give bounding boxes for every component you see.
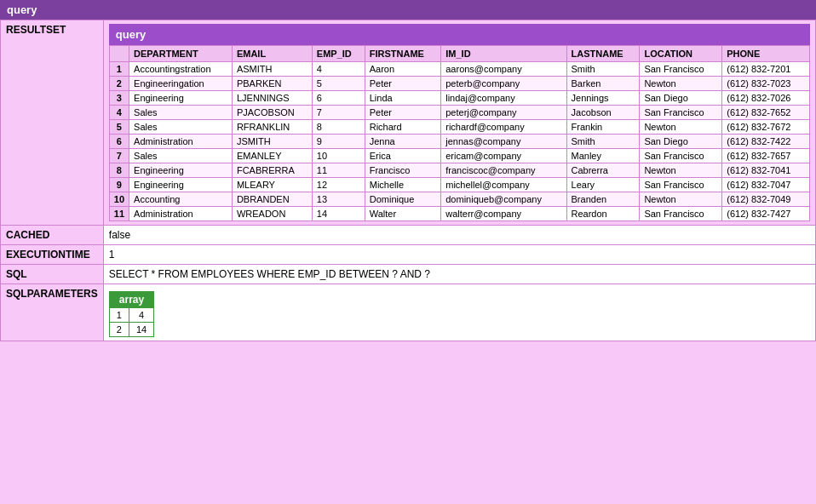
cell-emp_id: 7 xyxy=(312,106,365,120)
cell-im_id: franciscoc@company xyxy=(441,163,566,178)
column-header-row: DEPARTMENT EMAIL EMP_ID FIRSTNAME IM_ID … xyxy=(109,46,809,62)
cell-emp_id: 4 xyxy=(312,62,365,77)
cell-num: 8 xyxy=(109,163,129,178)
cell-lastname: Smith xyxy=(566,135,640,149)
sql-value: SELECT * FROM EMPLOYEES WHERE EMP_ID BET… xyxy=(103,265,815,284)
sqlparameters-label: SQLPARAMETERS xyxy=(1,284,104,341)
cell-phone: (612) 832-7026 xyxy=(722,91,810,106)
cell-location: Newton xyxy=(640,77,722,91)
col-firstname: FIRSTNAME xyxy=(365,46,441,62)
cell-emp_id: 10 xyxy=(312,149,365,163)
cell-department: Accountingstration xyxy=(129,62,233,77)
cell-firstname: Richard xyxy=(365,120,441,135)
cell-department: Engineeringation xyxy=(129,77,233,91)
col-location: LOCATION xyxy=(640,46,722,62)
cell-email: LJENNINGS xyxy=(232,91,312,106)
cell-firstname: Walter xyxy=(365,207,441,221)
table-row: 5SalesRFRANKLIN8Richardrichardf@companyF… xyxy=(109,120,809,135)
cell-phone: (612) 832-7201 xyxy=(722,62,810,77)
cell-im_id: walterr@company xyxy=(441,207,566,221)
cell-location: San Francisco xyxy=(640,149,722,163)
cell-im_id: ericam@company xyxy=(441,149,566,163)
cell-email: ASMITH xyxy=(232,62,312,77)
table-row: 4SalesPJACOBSON7Peterpeterj@companyJacob… xyxy=(109,106,809,120)
cell-im_id: jennas@company xyxy=(441,135,566,149)
array-row: 214 xyxy=(109,323,153,337)
table-row: 8EngineeringFCABRERRA11Franciscofrancisc… xyxy=(109,163,809,178)
cell-firstname: Peter xyxy=(365,106,441,120)
cell-lastname: Barken xyxy=(566,77,640,91)
cell-num: 2 xyxy=(109,77,129,91)
cell-lastname: Cabrerra xyxy=(566,163,640,178)
cell-im_id: peterb@company xyxy=(441,77,566,91)
cached-label: CACHED xyxy=(1,226,104,245)
cell-num: 10 xyxy=(109,192,129,207)
cell-location: San Francisco xyxy=(640,62,722,77)
col-email: EMAIL xyxy=(232,46,312,62)
window-title: query xyxy=(0,0,816,20)
cell-phone: (612) 832-7652 xyxy=(722,106,810,120)
cell-department: Engineering xyxy=(129,178,233,192)
cell-num: 3 xyxy=(109,91,129,106)
table-row: 10AccountingDBRANDEN13Dominiquedominique… xyxy=(109,192,809,207)
cell-num: 7 xyxy=(109,149,129,163)
cell-firstname: Jenna xyxy=(365,135,441,149)
cell-firstname: Erica xyxy=(365,149,441,163)
cell-num: 9 xyxy=(109,178,129,192)
cell-email: RFRANKLIN xyxy=(232,120,312,135)
cell-email: FCABRERRA xyxy=(232,163,312,178)
cell-im_id: dominiqueb@company xyxy=(441,192,566,207)
cell-firstname: Francisco xyxy=(365,163,441,178)
cell-firstname: Linda xyxy=(365,91,441,106)
cell-firstname: Aaron xyxy=(365,62,441,77)
cell-emp_id: 12 xyxy=(312,178,365,192)
table-row: 1AccountingstrationASMITH4Aaronaarons@co… xyxy=(109,62,809,77)
cell-im_id: richardf@company xyxy=(441,120,566,135)
cell-location: San Diego xyxy=(640,135,722,149)
array-cell-col2: 4 xyxy=(129,308,153,323)
col-department: DEPARTMENT xyxy=(129,46,233,62)
cell-department: Sales xyxy=(129,120,233,135)
cell-department: Sales xyxy=(129,149,233,163)
cell-location: San Francisco xyxy=(640,178,722,192)
cell-emp_id: 8 xyxy=(312,120,365,135)
cell-location: San Diego xyxy=(640,91,722,106)
cell-im_id: peterj@company xyxy=(441,106,566,120)
resultset-label: RESULTSET xyxy=(1,20,104,226)
array-cell-col1: 1 xyxy=(109,308,129,323)
resultset-row: RESULTSET query DEPARTMENT EMAIL EMP_ID … xyxy=(1,20,816,226)
table-row: 7SalesEMANLEY10Ericaericam@companyManley… xyxy=(109,149,809,163)
cell-department: Administration xyxy=(129,207,233,221)
cell-lastname: Jennings xyxy=(566,91,640,106)
cell-email: DBRANDEN xyxy=(232,192,312,207)
cell-num: 4 xyxy=(109,106,129,120)
cell-num: 5 xyxy=(109,120,129,135)
cell-lastname: Jacobson xyxy=(566,106,640,120)
cached-value: false xyxy=(103,226,815,245)
cell-department: Engineering xyxy=(129,91,233,106)
cell-phone: (612) 832-7049 xyxy=(722,192,810,207)
cell-lastname: Frankin xyxy=(566,120,640,135)
sqlparameters-content: array 14214 xyxy=(103,284,815,341)
cell-email: WREADON xyxy=(232,207,312,221)
table-row: 2EngineeringationPBARKEN5Peterpeterb@com… xyxy=(109,77,809,91)
cell-im_id: aarons@company xyxy=(441,62,566,77)
array-header-row: array xyxy=(109,292,153,308)
array-cell-col1: 2 xyxy=(109,323,129,337)
sql-row: SQL SELECT * FROM EMPLOYEES WHERE EMP_ID… xyxy=(1,265,816,284)
col-phone: PHONE xyxy=(722,46,810,62)
cell-lastname: Branden xyxy=(566,192,640,207)
table-row: 11AdministrationWREADON14Walterwalterr@c… xyxy=(109,207,809,221)
cell-email: JSMITH xyxy=(232,135,312,149)
cell-phone: (612) 832-7427 xyxy=(722,207,810,221)
cell-email: EMANLEY xyxy=(232,149,312,163)
cell-email: PJACOBSON xyxy=(232,106,312,120)
resultset-content: query DEPARTMENT EMAIL EMP_ID FIRSTNAME … xyxy=(103,20,815,226)
cell-num: 6 xyxy=(109,135,129,149)
table-row: 3EngineeringLJENNINGS6Lindalindaj@compan… xyxy=(109,91,809,106)
table-row: 6AdministrationJSMITH9Jennajennas@compan… xyxy=(109,135,809,149)
cell-location: Newton xyxy=(640,192,722,207)
cell-im_id: lindaj@company xyxy=(441,91,566,106)
array-row: 14 xyxy=(109,308,153,323)
col-empid: EMP_ID xyxy=(312,46,365,62)
